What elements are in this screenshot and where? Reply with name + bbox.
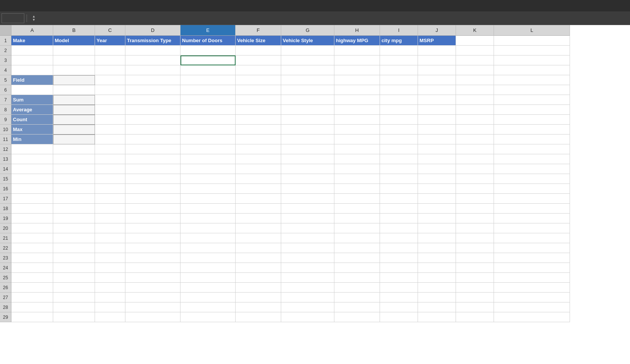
- cell-K14[interactable]: [456, 164, 494, 174]
- cell-B13[interactable]: [53, 154, 95, 164]
- cell-B25[interactable]: [53, 273, 95, 283]
- cell-J4[interactable]: [418, 65, 456, 75]
- cell-A5[interactable]: Field: [11, 75, 53, 85]
- cell-G4[interactable]: [281, 65, 334, 75]
- cell-D20[interactable]: [125, 223, 180, 233]
- cell-D6[interactable]: [125, 85, 180, 95]
- cell-L26[interactable]: [494, 283, 570, 293]
- cell-F24[interactable]: [236, 263, 281, 273]
- cell-L21[interactable]: [494, 233, 570, 243]
- cell-D1[interactable]: Transmission Type: [125, 36, 180, 46]
- col-header-e[interactable]: E: [180, 25, 236, 36]
- cell-D26[interactable]: [125, 283, 180, 293]
- cell-D3[interactable]: [125, 55, 180, 65]
- cell-J28[interactable]: [418, 302, 456, 312]
- formula-input[interactable]: [77, 13, 628, 23]
- cell-D15[interactable]: [125, 174, 180, 184]
- col-header-h[interactable]: H: [334, 25, 380, 36]
- cell-D29[interactable]: [125, 312, 180, 322]
- cell-K13[interactable]: [456, 154, 494, 164]
- cell-A7[interactable]: Sum: [11, 95, 53, 105]
- col-header-a[interactable]: A: [11, 25, 53, 36]
- cell-L3[interactable]: [494, 55, 570, 65]
- cell-L8[interactable]: [494, 105, 570, 115]
- cell-J10[interactable]: [418, 125, 456, 135]
- cell-F1[interactable]: Vehicle Size: [236, 36, 281, 46]
- cell-H13[interactable]: [334, 154, 380, 164]
- row-num-25[interactable]: 25: [0, 273, 11, 283]
- cell-C26[interactable]: [95, 283, 125, 293]
- cell-F14[interactable]: [236, 164, 281, 174]
- cell-C14[interactable]: [95, 164, 125, 174]
- row-num-18[interactable]: 18: [0, 204, 11, 214]
- cell-J27[interactable]: [418, 293, 456, 302]
- cancel-icon[interactable]: [41, 14, 51, 23]
- cell-H27[interactable]: [334, 293, 380, 302]
- cell-K21[interactable]: [456, 233, 494, 243]
- cell-L27[interactable]: [494, 293, 570, 302]
- row-num-23[interactable]: 23: [0, 253, 11, 263]
- cell-L1[interactable]: [494, 36, 570, 46]
- cell-G12[interactable]: [281, 144, 334, 154]
- cell-K4[interactable]: [456, 65, 494, 75]
- cell-C23[interactable]: [95, 253, 125, 263]
- cell-L12[interactable]: [494, 144, 570, 154]
- cell-H14[interactable]: [334, 164, 380, 174]
- cell-D17[interactable]: [125, 194, 180, 204]
- cell-G16[interactable]: [281, 184, 334, 194]
- cell-K10[interactable]: [456, 125, 494, 135]
- cell-L28[interactable]: [494, 302, 570, 312]
- cell-H25[interactable]: [334, 273, 380, 283]
- cell-L2[interactable]: [494, 46, 570, 55]
- cell-G15[interactable]: [281, 174, 334, 184]
- col-header-k[interactable]: K: [456, 25, 494, 36]
- cell-L7[interactable]: [494, 95, 570, 105]
- cell-I10[interactable]: [380, 125, 418, 135]
- row-num-12[interactable]: 12: [0, 144, 11, 154]
- cell-G5[interactable]: [281, 75, 334, 85]
- cell-B6[interactable]: [53, 85, 95, 95]
- cell-K25[interactable]: [456, 273, 494, 283]
- cell-G25[interactable]: [281, 273, 334, 283]
- row-num-7[interactable]: 7: [0, 95, 11, 105]
- cell-F21[interactable]: [236, 233, 281, 243]
- cell-A20[interactable]: [11, 223, 53, 233]
- cell-G3[interactable]: [281, 55, 334, 65]
- row-num-29[interactable]: 29: [0, 312, 11, 322]
- cell-D22[interactable]: [125, 243, 180, 253]
- cell-L9[interactable]: [494, 115, 570, 125]
- cell-G29[interactable]: [281, 312, 334, 322]
- cell-J16[interactable]: [418, 184, 456, 194]
- cell-B8[interactable]: [53, 105, 95, 115]
- cell-B1[interactable]: Model: [53, 36, 95, 46]
- cell-K9[interactable]: [456, 115, 494, 125]
- cell-B12[interactable]: [53, 144, 95, 154]
- cell-I22[interactable]: [380, 243, 418, 253]
- cell-I5[interactable]: [380, 75, 418, 85]
- cell-G7[interactable]: [281, 95, 334, 105]
- cell-H8[interactable]: [334, 105, 380, 115]
- cell-I29[interactable]: [380, 312, 418, 322]
- cell-H5[interactable]: [334, 75, 380, 85]
- cell-K28[interactable]: [456, 302, 494, 312]
- row-num-1[interactable]: 1: [0, 36, 11, 46]
- cell-A15[interactable]: [11, 174, 53, 184]
- cell-B22[interactable]: [53, 243, 95, 253]
- cell-F19[interactable]: [236, 214, 281, 223]
- cell-D7[interactable]: [125, 95, 180, 105]
- cell-C27[interactable]: [95, 293, 125, 302]
- cell-I9[interactable]: [380, 115, 418, 125]
- row-num-14[interactable]: 14: [0, 164, 11, 174]
- cell-J5[interactable]: [418, 75, 456, 85]
- cell-L17[interactable]: [494, 194, 570, 204]
- cell-C7[interactable]: [95, 95, 125, 105]
- cell-E21[interactable]: [180, 233, 236, 243]
- row-num-3[interactable]: 3: [0, 55, 11, 65]
- cell-F10[interactable]: [236, 125, 281, 135]
- cell-C21[interactable]: [95, 233, 125, 243]
- cell-D21[interactable]: [125, 233, 180, 243]
- cell-E29[interactable]: [180, 312, 236, 322]
- cell-H21[interactable]: [334, 233, 380, 243]
- row-num-24[interactable]: 24: [0, 263, 11, 273]
- cell-K27[interactable]: [456, 293, 494, 302]
